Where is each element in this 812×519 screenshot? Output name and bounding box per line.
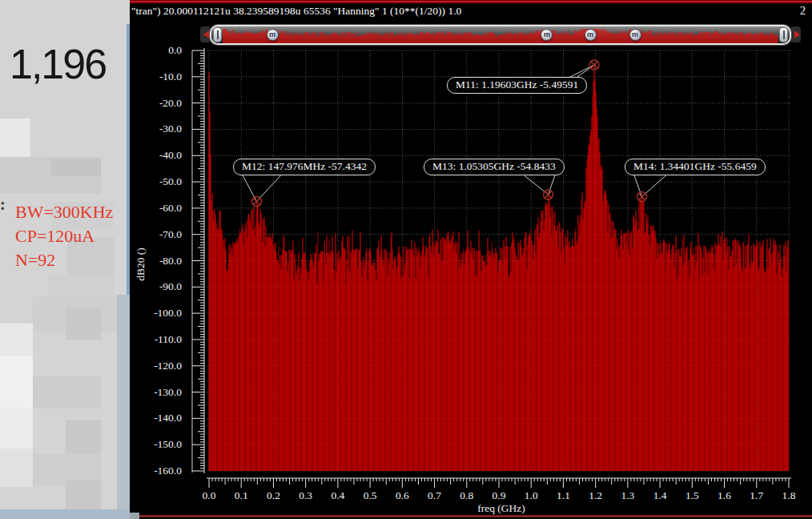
y-tick-label: -50.0: [131, 175, 182, 189]
x-tick-label: 1.8: [771, 489, 806, 502]
blurred-block: [0, 356, 33, 407]
edge-mark: :: [0, 195, 6, 214]
y-tick-label: -20.0: [131, 96, 182, 111]
blurred-block: [51, 159, 101, 176]
y-tick-label: -140.0: [131, 411, 182, 425]
x-tick-label: 0.2: [255, 489, 291, 502]
blurred-block: [66, 308, 101, 340]
blurred-block: [66, 481, 101, 509]
x-tick-label: 1.4: [642, 489, 677, 502]
x-tick-label: 1.1: [545, 489, 581, 502]
y-tick-label: -60.0: [131, 201, 182, 215]
x-tick-label: 0.0: [191, 489, 227, 502]
y-tick-label: -130.0: [131, 385, 182, 400]
y-tick-label: 0.0: [131, 43, 182, 58]
x-tick-label: 1.7: [739, 489, 774, 502]
blurred-block: [0, 119, 30, 159]
x-tick-label: 0.9: [481, 489, 517, 502]
y-tick-label: -70.0: [131, 227, 182, 242]
bottom-divider: [134, 515, 812, 517]
scrollbar-left-handle[interactable]: [213, 27, 222, 42]
blurred-block: [117, 295, 130, 511]
x-tick-label: 1.6: [707, 489, 742, 502]
x-tick-label: 0.1: [223, 489, 259, 502]
x-tick-label: 0.8: [449, 489, 484, 502]
blurred-block: [0, 324, 33, 356]
overview-mini-spectrum: [223, 26, 778, 43]
y-tick-label: -150.0: [131, 437, 182, 452]
annotation-line-bw: BW=300KHz: [15, 200, 113, 224]
y-tick-label: -100.0: [131, 306, 182, 320]
x-tick-label: 1.5: [674, 489, 709, 502]
scroll-right-arrow-icon[interactable]: [794, 30, 800, 38]
fft-settings-readout: "tran") 20.000112121u 38.239589198u 6553…: [131, 5, 461, 18]
x-axis-ruler: [204, 477, 793, 490]
page-number: 2: [800, 5, 806, 18]
marker-label[interactable]: M14: 1.34401GHz -55.6459: [625, 159, 766, 175]
annotation-text: BW=300KHz CP=120uA N=92: [15, 200, 113, 272]
scroll-left-arrow-icon[interactable]: [203, 30, 209, 38]
blurred-block: [0, 407, 33, 449]
y-tick-label: -120.0: [131, 359, 182, 373]
blurred-block: [0, 449, 33, 487]
y-tick-label: -110.0: [131, 332, 182, 347]
x-tick-label: 0.7: [417, 489, 452, 502]
spectrum-plot[interactable]: [204, 48, 793, 473]
y-tick-label: -10.0: [131, 70, 182, 84]
count-readout: 1,196: [10, 40, 128, 88]
top-red-strip: [130, 0, 812, 4]
marker-label[interactable]: M12: 147.976MHz -57.4342: [233, 159, 376, 175]
blurred-block: [33, 376, 101, 408]
spectrum-overview-scrollbar[interactable]: mmmm: [210, 25, 791, 45]
x-tick-label: 0.6: [384, 489, 420, 502]
blurred-block: [66, 420, 101, 453]
blurred-block: [0, 509, 130, 519]
x-tick-label: 1.3: [610, 489, 645, 502]
y-tick-label: -40.0: [131, 148, 182, 163]
y-tick-label: -160.0: [131, 464, 182, 478]
window-corner-fragment: [130, 513, 139, 519]
marker-button-M12[interactable]: m: [267, 29, 279, 41]
x-tick-label: 0.5: [352, 489, 388, 502]
x-tick-label: 1.0: [513, 489, 549, 502]
y-tick-label: -80.0: [131, 254, 182, 268]
marker-button-M14[interactable]: m: [629, 29, 641, 41]
annotation-line-cp: CP=120uA: [15, 224, 113, 248]
waveform-window: "tran") 20.000112121u 38.239589198u 6553…: [130, 0, 812, 519]
marker-button-M11[interactable]: m: [585, 29, 597, 41]
x-tick-label: 0.3: [288, 489, 324, 502]
y-tick-label: -90.0: [131, 280, 182, 294]
x-tick-label: 0.4: [320, 489, 356, 502]
marker-label[interactable]: M11: 1.19603GHz -5.49591: [447, 77, 587, 94]
marker-label[interactable]: M13: 1.05305GHz -54.8433: [424, 159, 565, 175]
side-window-blurred: 1,196 : BW=300KHz CP=120uA N=92: [0, 0, 130, 519]
x-tick-label: 1.2: [578, 489, 613, 502]
scrollbar-right-handle[interactable]: [779, 27, 788, 42]
screenshot-root: 1,196 : BW=300KHz CP=120uA N=92 "tran") …: [0, 0, 812, 519]
x-axis-title: freq (GHz): [421, 502, 581, 515]
annotation-line-n: N=92: [15, 248, 113, 272]
blurred-block: [48, 276, 114, 296]
y-axis-ruler: [184, 48, 205, 474]
y-tick-label: -30.0: [131, 122, 182, 136]
